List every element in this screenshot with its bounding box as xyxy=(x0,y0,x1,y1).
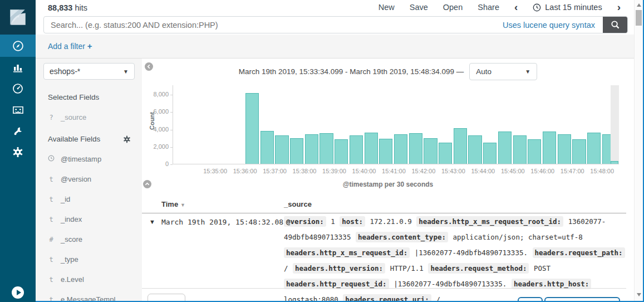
row-expand-caret-icon[interactable]: ▼ xyxy=(149,218,155,225)
histogram-bar-15:37:30[interactable] xyxy=(290,138,303,164)
histogram-bar-15:38:30[interactable] xyxy=(319,133,333,164)
field-type-icon: t xyxy=(48,216,55,223)
menu-new[interactable]: New xyxy=(378,3,395,12)
timepicker[interactable]: Last 15 minutes xyxy=(533,3,602,12)
histogram-bar-15:45:00[interactable] xyxy=(513,135,527,164)
app-nav xyxy=(0,0,36,302)
nav-collapse-button[interactable] xyxy=(0,286,36,299)
field-settings-gear-icon[interactable] xyxy=(123,135,131,143)
chart-header: March 19th 2019, 15:33:34.099 - March 19… xyxy=(142,63,634,80)
histogram-bar-15:36:00[interactable] xyxy=(245,93,259,164)
histogram-chart: Count 02,0004,0006,0008,000 15:35:0015:3… xyxy=(142,84,634,196)
x-tick-label: 15:47:00 xyxy=(561,168,584,174)
add-filter-label: Add a filter xyxy=(48,42,85,51)
field-type-icon: t xyxy=(48,176,55,183)
plus-icon: + xyxy=(87,41,92,51)
field-item-_id[interactable]: t_id xyxy=(48,195,142,203)
add-filter-button[interactable]: Add a filter + xyxy=(48,41,92,51)
histogram-bar-15:46:30[interactable] xyxy=(558,134,571,164)
column-header-source[interactable]: _source xyxy=(284,200,312,208)
histogram-bar-15:44:00[interactable] xyxy=(483,143,496,164)
histogram-bar-15:45:30[interactable] xyxy=(528,139,541,164)
top-menu: New Save Open Share ‹ Last 15 minutes › xyxy=(378,2,621,12)
column-header-time[interactable]: Time▼ xyxy=(161,200,185,208)
histogram-bar-15:42:30[interactable] xyxy=(439,143,452,164)
source-field-value: POST xyxy=(529,263,551,274)
histogram-bar-15:43:00[interactable] xyxy=(454,128,467,164)
lucene-syntax-link[interactable]: Uses lucene query syntax xyxy=(503,21,595,30)
nav-timelion[interactable] xyxy=(0,99,36,120)
index-pattern-select[interactable]: eshops-* ▼ xyxy=(43,63,135,80)
field-type-icon: t xyxy=(48,276,55,284)
histogram-bar-15:42:00[interactable] xyxy=(424,138,437,164)
histogram-plot-area[interactable] xyxy=(173,85,619,164)
nav-discover[interactable] xyxy=(0,35,36,57)
nav-dashboard[interactable] xyxy=(0,78,36,99)
x-tick-label: 15:44:00 xyxy=(471,168,495,174)
histogram-bar-15:43:30[interactable] xyxy=(468,135,481,164)
histogram-bar-15:47:00[interactable] xyxy=(572,139,586,164)
field-name: @version xyxy=(61,175,91,183)
vertical-scrollbar[interactable] xyxy=(634,0,643,301)
field-item-_score[interactable]: #_score xyxy=(48,235,142,243)
histogram-bar-15:40:00[interactable] xyxy=(365,133,378,164)
field-item-@version[interactable]: t@version xyxy=(48,175,142,183)
search-button[interactable] xyxy=(603,16,627,33)
hits-count: 88,833 xyxy=(48,3,72,12)
nav-visualize[interactable] xyxy=(0,57,36,78)
source-field-key: @version: xyxy=(284,216,326,227)
field-item-_type[interactable]: t_type xyxy=(48,255,142,264)
y-tick-label: 2,000 xyxy=(143,143,169,150)
field-item-e.Level[interactable]: te.Level xyxy=(48,275,142,284)
histogram-bar-15:46:00[interactable] xyxy=(543,131,556,164)
histogram-bar-15:36:30[interactable] xyxy=(260,131,274,164)
histogram-bar-15:37:00[interactable] xyxy=(275,135,288,164)
source-field-value: 172.21.0.9 xyxy=(365,216,416,227)
selected-fields-list: ?_source xyxy=(36,113,142,121)
histogram-bar-15:48:30[interactable] xyxy=(611,161,618,164)
field-item-@timestamp[interactable]: @timestamp xyxy=(48,155,142,163)
histogram-bar-15:40:30[interactable] xyxy=(379,139,392,164)
play-circle-icon xyxy=(12,286,24,299)
x-tick-label: 15:43:00 xyxy=(441,168,465,174)
field-type-icon: # xyxy=(48,236,55,243)
gauge-icon xyxy=(12,83,23,94)
x-tick-label: 15:48:00 xyxy=(590,168,614,174)
sort-descending-icon[interactable]: ▼ xyxy=(180,202,185,208)
histogram-bar-15:39:30[interactable] xyxy=(350,135,363,164)
date-field-icon xyxy=(48,155,55,163)
histogram-bar-15:47:30[interactable] xyxy=(587,133,601,164)
timelion-icon xyxy=(12,105,24,115)
menu-save[interactable]: Save xyxy=(410,3,428,12)
current-bucket-band xyxy=(611,85,619,164)
field-type-icon: t xyxy=(48,196,55,203)
histogram-bar-15:38:00[interactable] xyxy=(305,134,318,164)
field-item-_source[interactable]: ?_source xyxy=(48,113,142,121)
scrollbar-down-arrow-icon[interactable] xyxy=(637,293,641,296)
histogram-bar-15:41:30[interactable] xyxy=(409,133,422,164)
gear-icon xyxy=(12,147,23,158)
fields-sidebar: eshops-* ▼ Selected Fields ?_source Avai… xyxy=(36,59,142,302)
kibana-logo[interactable] xyxy=(0,0,36,35)
x-tick-label: 15:36:00 xyxy=(233,168,257,174)
scrollbar-thumb[interactable] xyxy=(636,10,642,26)
timepicker-forward-icon[interactable]: › xyxy=(617,2,621,12)
x-tick-label: 15:38:00 xyxy=(293,168,317,174)
histogram-bar-15:44:30[interactable] xyxy=(498,131,512,164)
field-name: _score xyxy=(61,235,82,243)
source-field-value: HTTP/1.1 xyxy=(385,263,428,274)
histogram-bar-15:41:00[interactable] xyxy=(394,134,407,164)
timepicker-back-icon[interactable]: ‹ xyxy=(514,2,518,12)
histogram-bar-15:39:00[interactable] xyxy=(335,139,348,164)
interval-select[interactable]: Auto ▼ xyxy=(469,63,537,80)
nav-management[interactable] xyxy=(0,142,36,163)
collapse-chart-button[interactable] xyxy=(143,180,151,188)
menu-share[interactable]: Share xyxy=(478,3,499,12)
doc-table-header: Time▼ _source xyxy=(142,196,626,213)
nav-dev-tools[interactable] xyxy=(0,120,36,142)
field-item-_index[interactable]: t_index xyxy=(48,215,142,223)
menu-open[interactable]: Open xyxy=(443,3,463,12)
scrollbar-up-arrow-icon[interactable] xyxy=(637,3,641,7)
search-input[interactable] xyxy=(44,21,503,30)
hits-summary: 88,833 hits xyxy=(48,3,87,12)
